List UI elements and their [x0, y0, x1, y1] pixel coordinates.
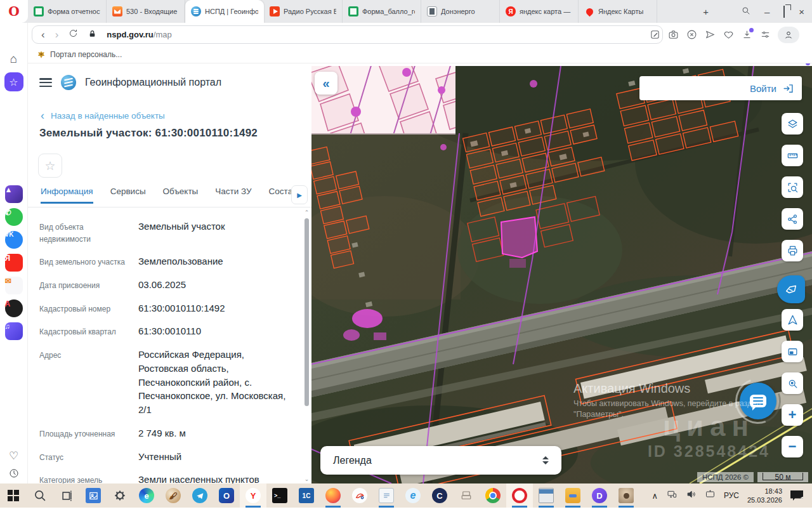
- map-canvas[interactable]: « Войти +: [311, 66, 812, 483]
- clock[interactable]: 18:4325.03.2026: [747, 487, 782, 505]
- chrome-icon[interactable]: [480, 483, 506, 508]
- tab-services[interactable]: Сервисы: [110, 187, 146, 204]
- new-tab-button[interactable]: +: [703, 6, 709, 17]
- mail-icon[interactable]: ✉: [5, 277, 23, 294]
- panel-scrollbar[interactable]: ⌃ ⌄: [304, 211, 310, 481]
- browser-tab[interactable]: Форма отчетности п: [28, 0, 107, 23]
- settings-gear-icon[interactable]: [107, 483, 133, 508]
- scroll-down-icon[interactable]: ⌄: [304, 476, 310, 482]
- snapshot-camera-icon[interactable]: [667, 29, 679, 41]
- menu-hamburger-icon[interactable]: [39, 78, 52, 87]
- history-clock-icon[interactable]: [9, 468, 19, 478]
- login-bar[interactable]: Войти: [639, 76, 802, 100]
- tab-objects[interactable]: Объекты: [163, 187, 199, 204]
- compose-icon[interactable]: [649, 29, 660, 41]
- task-view-icon[interactable]: [53, 483, 80, 508]
- browser-tab[interactable]: Я яндекс карта — Янд: [500, 0, 579, 23]
- zoom-in-button[interactable]: +: [782, 404, 803, 426]
- notepad-icon[interactable]: [373, 483, 400, 508]
- share-button[interactable]: [782, 208, 803, 230]
- legend-bar[interactable]: Легенда: [320, 446, 561, 475]
- volume-icon[interactable]: [686, 489, 697, 502]
- browser-tab[interactable]: Донэнерго: [421, 0, 500, 23]
- close-button[interactable]: ×: [799, 6, 804, 17]
- area-search-button[interactable]: [782, 176, 803, 198]
- tab-parcel-parts[interactable]: Части ЗУ: [215, 187, 251, 204]
- firefox-icon[interactable]: [320, 483, 346, 508]
- opera-menu-button[interactable]: O: [0, 0, 28, 23]
- avito-icon[interactable]: A: [5, 299, 23, 317]
- back-icon[interactable]: ‹: [41, 29, 45, 40]
- field-row: Дата присвоения03.06.2025: [39, 278, 293, 292]
- start-button[interactable]: [0, 483, 27, 508]
- photos-app-icon[interactable]: [80, 483, 107, 508]
- object-search-button[interactable]: [782, 372, 803, 394]
- zoom-out-button[interactable]: −: [782, 436, 803, 457]
- tabs-next-button[interactable]: ▶: [291, 185, 308, 204]
- tray-expand-icon[interactable]: ∧: [652, 491, 658, 501]
- reload-icon[interactable]: [69, 29, 78, 41]
- 1c-app-icon[interactable]: 1С: [293, 483, 320, 508]
- bookmark-heart-icon[interactable]: [723, 29, 734, 41]
- panel-collapse-button[interactable]: «: [315, 72, 337, 95]
- layers-button[interactable]: [782, 113, 803, 135]
- yandex-browser-icon[interactable]: Y: [240, 483, 266, 508]
- browser-tab[interactable]: Форма_балло_гектар: [343, 0, 421, 23]
- settings-sliders-icon[interactable]: [759, 29, 771, 41]
- print-button[interactable]: [782, 240, 803, 261]
- outlook-icon[interactable]: O: [213, 483, 240, 508]
- favorite-star-button[interactable]: ☆: [38, 154, 62, 178]
- consultant-icon[interactable]: C: [426, 483, 453, 508]
- field-value: Земельный участок: [138, 220, 293, 245]
- back-to-results-link[interactable]: ‹ Назад в найденные объекты: [41, 109, 165, 122]
- scanner-icon[interactable]: [453, 483, 480, 508]
- share-send-icon[interactable]: [704, 29, 716, 41]
- taskbar-search-icon[interactable]: [27, 483, 53, 508]
- profile-button[interactable]: [778, 27, 799, 43]
- forward-icon[interactable]: ›: [55, 29, 59, 40]
- adblock-shield-icon[interactable]: [686, 29, 697, 41]
- language-indicator[interactable]: РУС: [724, 491, 739, 500]
- measure-button[interactable]: [782, 145, 803, 166]
- remote-user-icon[interactable]: [613, 483, 639, 508]
- vk-icon[interactable]: VK: [5, 231, 23, 249]
- identify-tool-button[interactable]: [777, 275, 805, 303]
- browser-tab[interactable]: 530 - Входящие — Я: [107, 0, 185, 23]
- telegram-icon[interactable]: [187, 483, 213, 508]
- pinboard-star-icon[interactable]: ☆: [4, 72, 23, 91]
- notification-center-icon[interactable]: 1: [790, 490, 803, 501]
- minimize-button[interactable]: –: [764, 6, 769, 17]
- network-icon[interactable]: [666, 489, 678, 502]
- minimap-button[interactable]: [782, 341, 803, 362]
- home-icon[interactable]: ⌂: [10, 52, 17, 66]
- internet-explorer-icon[interactable]: e: [400, 483, 426, 508]
- messenger-d-icon[interactable]: D: [586, 483, 613, 508]
- terminal-icon[interactable]: >_: [266, 483, 293, 508]
- touch-keyboard-icon[interactable]: [705, 489, 716, 502]
- app-window-icon[interactable]: [533, 483, 560, 508]
- whatsapp-icon[interactable]: ✆: [5, 208, 23, 226]
- scroll-up-icon[interactable]: ⌃: [304, 209, 310, 216]
- restore-button[interactable]: [783, 6, 785, 17]
- field-row: АдресРоссийская Федерация, Ростовская об…: [39, 348, 293, 417]
- tab-search-icon[interactable]: [742, 6, 750, 17]
- edge-icon[interactable]: e: [133, 483, 160, 508]
- yandex-icon[interactable]: Я: [5, 254, 23, 272]
- heart-icon[interactable]: ♡: [9, 449, 18, 463]
- bookmark-item[interactable]: Портал персональ...: [50, 50, 122, 59]
- scrollbar-thumb[interactable]: [304, 218, 309, 406]
- app-icon[interactable]: ▲: [5, 185, 23, 203]
- file-manager-icon[interactable]: [560, 483, 586, 508]
- opera-icon[interactable]: [506, 483, 533, 508]
- paint-app-icon[interactable]: 🖌: [160, 483, 187, 508]
- graphics-app-icon[interactable]: [346, 483, 373, 508]
- url-field[interactable]: ‹ › nspd.gov.ru/map: [32, 25, 663, 44]
- browser-tab-active[interactable]: НСПД | Геоинформацион: [185, 0, 264, 23]
- downloads-icon[interactable]: [741, 29, 752, 41]
- browser-tab[interactable]: Радио Русская Во: [264, 0, 343, 23]
- music-icon[interactable]: ♫: [5, 322, 23, 340]
- legend-expand-icon[interactable]: [542, 456, 549, 464]
- tab-information[interactable]: Информация: [41, 187, 93, 204]
- locate-button[interactable]: [782, 309, 803, 331]
- browser-tab[interactable]: Яндекс Карты: [579, 0, 657, 23]
